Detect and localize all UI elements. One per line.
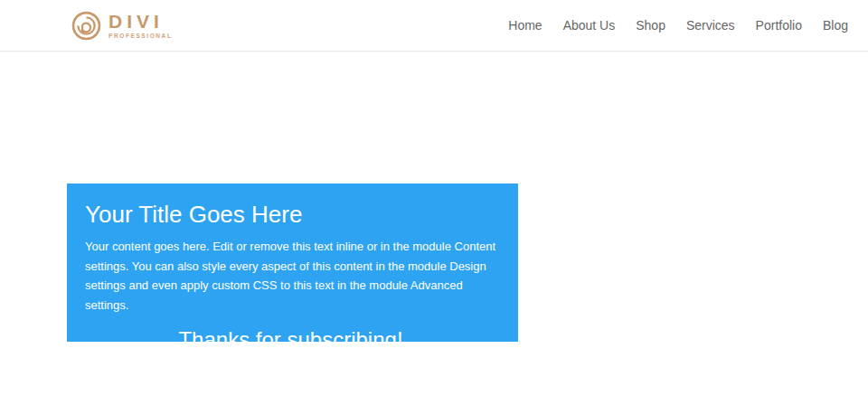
subscribe-module: Your Title Goes Here Your content goes h… [67,184,518,342]
subscribe-success-message: Thanks for subscribing! [85,327,496,353]
main-nav: Home About Us Shop Services Portfolio Bl… [508,18,848,33]
module-body-text: Your content goes here. Edit or remove t… [85,237,496,316]
logo-subtitle: PROFESSIONAL [108,33,172,40]
logo-title: DIVI [108,12,172,31]
nav-item-blog[interactable]: Blog [823,18,848,33]
module-title: Your Title Goes Here [85,200,496,231]
divi-spiral-icon [71,10,102,42]
nav-item-home[interactable]: Home [508,18,542,33]
nav-item-shop[interactable]: Shop [636,18,665,33]
nav-item-services[interactable]: Services [686,18,735,33]
logo-text: DIVI PROFESSIONAL [108,12,172,40]
logo-link[interactable]: DIVI PROFESSIONAL [71,10,172,42]
nav-item-portfolio[interactable]: Portfolio [756,18,802,33]
site-header: DIVI PROFESSIONAL Home About Us Shop Ser… [0,0,868,52]
nav-item-about-us[interactable]: About Us [563,18,616,33]
